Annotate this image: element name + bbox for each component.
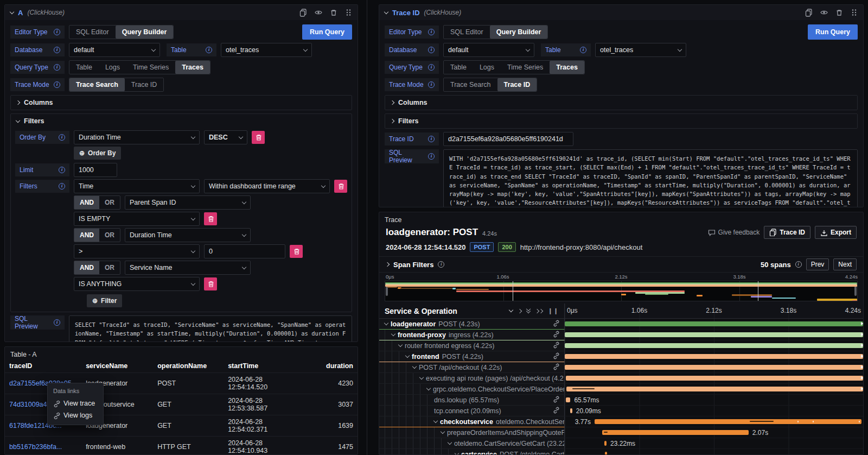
duplicate-query-icon[interactable] xyxy=(299,9,307,17)
span-name-cell[interactable]: executing api route (pages) /api/checkou… xyxy=(379,373,565,384)
info-icon[interactable]: i xyxy=(438,261,444,268)
span-duration-bar[interactable] xyxy=(605,452,607,455)
link-icon[interactable] xyxy=(553,320,562,328)
span-duration-bar[interactable] xyxy=(565,332,863,337)
info-icon[interactable]: i xyxy=(54,29,60,35)
sql-editor-option[interactable]: SQL Editor xyxy=(444,26,490,39)
and-option[interactable]: AND xyxy=(74,229,99,242)
chevron-down-icon[interactable] xyxy=(384,321,388,325)
chevron-down-icon[interactable] xyxy=(398,343,403,347)
panel-header-a[interactable]: A (ClickHouse) xyxy=(5,5,358,20)
span-timeline-cell[interactable]: 20.09ms xyxy=(565,406,863,416)
span-duration-bar[interactable] xyxy=(566,397,571,402)
info-icon[interactable]: i xyxy=(54,319,60,326)
query-type-timeseries[interactable]: Time Series xyxy=(501,61,550,74)
link-icon[interactable] xyxy=(553,407,562,415)
span-name-cell[interactable]: dns.lookup (65.57ms) xyxy=(379,395,565,406)
query-builder-option[interactable]: Query Builder xyxy=(116,26,174,39)
filter-value-select[interactable]: Within dashboard time range xyxy=(204,179,330,193)
hide-query-icon[interactable] xyxy=(315,9,322,16)
query-type-toggle[interactable]: Table Logs Time Series Traces xyxy=(443,60,585,74)
view-trace-link[interactable]: View trace xyxy=(48,397,103,409)
panel-header-traceid[interactable]: Trace ID (ClickHouse) xyxy=(379,5,863,20)
delete-query-icon[interactable] xyxy=(330,9,337,16)
info-icon[interactable]: i xyxy=(428,153,435,160)
query-type-traces[interactable]: Traces xyxy=(550,61,584,74)
query-type-timeseries[interactable]: Time Series xyxy=(126,61,175,74)
chevron-down-icon[interactable] xyxy=(405,353,410,358)
span-duration-bar[interactable] xyxy=(565,354,863,359)
query-type-logs[interactable]: Logs xyxy=(473,61,501,74)
trace-mode-toggle[interactable]: Trace Search Trace ID xyxy=(69,78,164,92)
info-icon[interactable]: i xyxy=(428,64,435,71)
trace-id-option[interactable]: Trace ID xyxy=(497,78,537,91)
span-name-cell[interactable]: grpc.oteldemo.CheckoutService/PlaceOrder… xyxy=(379,384,565,395)
info-icon[interactable]: i xyxy=(580,47,586,53)
column-header[interactable]: duration xyxy=(301,359,358,373)
query-type-table[interactable]: Table xyxy=(444,61,473,74)
query-type-traces[interactable]: Traces xyxy=(175,61,210,74)
chevron-down-icon[interactable] xyxy=(412,364,417,369)
remove-condition-button[interactable] xyxy=(204,212,217,225)
span-timeline-cell[interactable] xyxy=(565,340,863,351)
bool-operator-toggle[interactable]: ANDOR xyxy=(74,261,120,275)
filters-section-header[interactable]: Filters xyxy=(11,114,352,128)
drag-handle-icon[interactable] xyxy=(345,9,352,16)
minimap-right-handle[interactable] xyxy=(854,286,857,296)
bool-operator-toggle[interactable]: ANDOR xyxy=(74,195,120,210)
info-icon[interactable]: i xyxy=(428,136,435,142)
column-header[interactable]: serviceName xyxy=(81,359,153,373)
info-icon[interactable]: i xyxy=(59,183,65,189)
span-name-cell[interactable]: prepareOrderItemsAndShippingQuoteFromCar… xyxy=(379,427,565,438)
minimap-cursor[interactable] xyxy=(758,281,758,301)
minimap-canvas[interactable] xyxy=(385,281,858,301)
span-filters-label[interactable]: Span Filters xyxy=(393,261,433,269)
trace-search-option[interactable]: Trace Search xyxy=(69,78,125,91)
info-icon[interactable]: i xyxy=(54,81,60,88)
column-header[interactable]: traceID xyxy=(5,359,81,373)
info-icon[interactable]: i xyxy=(54,47,60,53)
span-timeline-cell[interactable]: 2.07s xyxy=(565,427,863,438)
and-option[interactable]: AND xyxy=(74,261,99,274)
chevron-down-icon[interactable] xyxy=(455,451,459,455)
span-duration-bar[interactable] xyxy=(565,321,863,326)
info-icon[interactable]: i xyxy=(59,134,65,141)
span-name-cell[interactable]: checkoutserviceoteldemo.CheckoutService/… xyxy=(379,416,565,427)
info-icon[interactable]: i xyxy=(54,64,60,71)
span-duration-bar[interactable] xyxy=(565,343,863,348)
span-name-cell[interactable]: loadgeneratorPOST (4.23s) xyxy=(379,319,565,330)
link-icon[interactable] xyxy=(553,363,562,372)
panel-splitter[interactable] xyxy=(367,0,367,455)
link-icon[interactable] xyxy=(553,331,562,339)
export-button[interactable]: Export xyxy=(815,226,857,239)
run-query-button[interactable]: Run Query xyxy=(302,24,352,40)
info-icon[interactable]: i xyxy=(206,47,212,53)
remove-condition-button[interactable] xyxy=(290,245,303,258)
chevron-right-icon[interactable] xyxy=(385,262,390,267)
column-resize-handle[interactable]: ❙❙ xyxy=(548,307,559,314)
condition-field-select[interactable]: Duration Time xyxy=(125,228,251,242)
info-icon[interactable]: i xyxy=(59,167,65,173)
condition-field-select[interactable]: Parent Span ID xyxy=(125,195,251,210)
table-select[interactable]: otel_traces xyxy=(595,43,686,57)
remove-order-by-button[interactable] xyxy=(252,131,265,144)
link-icon[interactable] xyxy=(553,396,562,405)
remove-filter-button[interactable] xyxy=(334,180,347,193)
chevron-down-icon[interactable] xyxy=(448,440,452,445)
table-select[interactable]: otel_traces xyxy=(221,43,312,57)
span-timeline-cell[interactable] xyxy=(565,330,863,340)
chevron-down-icon[interactable] xyxy=(391,332,395,336)
columns-section-header[interactable]: Columns xyxy=(385,96,857,110)
chevron-down-icon[interactable] xyxy=(419,375,424,380)
span-timeline-cell[interactable] xyxy=(565,362,863,373)
condition-operator-select[interactable]: IS EMPTY xyxy=(74,212,200,226)
column-header[interactable]: operationName xyxy=(153,359,224,373)
condition-operator-select[interactable]: > xyxy=(74,244,200,258)
chevron-down-icon[interactable] xyxy=(433,419,438,423)
span-duration-bar[interactable] xyxy=(565,365,863,370)
columns-section-header[interactable]: Columns xyxy=(11,96,352,110)
span-name-cell[interactable]: frontend-proxyingress (4.22s) xyxy=(379,330,565,340)
span-name-cell[interactable]: oteldemo.CartService/GetCart (23.22ms) xyxy=(379,438,565,449)
info-icon[interactable]: i xyxy=(428,81,435,88)
query-type-logs[interactable]: Logs xyxy=(99,61,126,74)
